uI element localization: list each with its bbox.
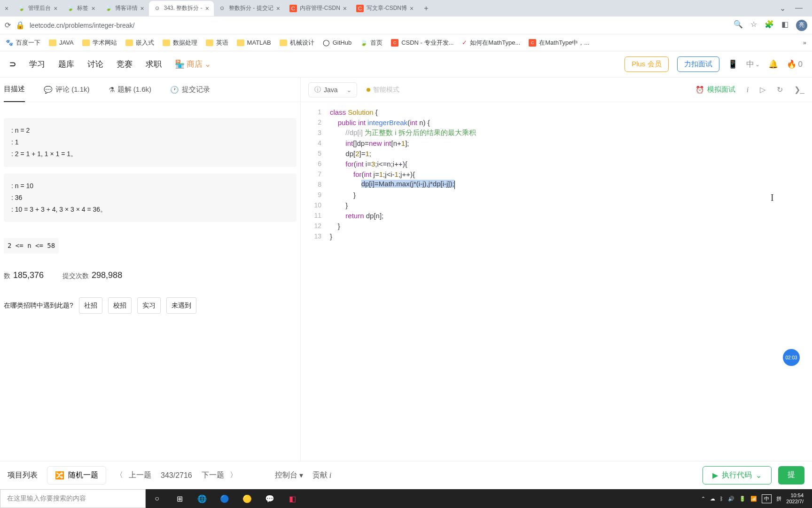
- tab-4-active[interactable]: ⊙343. 整数拆分 - ×: [149, 1, 214, 16]
- close-icon[interactable]: ×: [141, 5, 144, 12]
- nav-jobs[interactable]: 求职: [146, 59, 162, 70]
- tab-1[interactable]: 🍃管理后台×: [13, 1, 62, 16]
- bookmark-github[interactable]: ◯GitHub: [323, 39, 351, 46]
- problem-list-button[interactable]: 项目列表: [8, 470, 38, 480]
- url-text[interactable]: leetcode.cn/problems/integer-break/: [30, 22, 729, 29]
- task-view-icon[interactable]: ⊞: [173, 492, 186, 505]
- plus-member-button[interactable]: Plus 会员: [625, 56, 668, 72]
- bluetooth-icon[interactable]: ᛒ: [720, 496, 723, 501]
- star-icon[interactable]: ☆: [750, 20, 757, 31]
- nav-problems[interactable]: 题库: [58, 59, 74, 70]
- tab-7[interactable]: C写文章-CSDN博×: [351, 1, 418, 16]
- extensions-icon[interactable]: 🧩: [765, 20, 774, 31]
- chrome-canary-icon[interactable]: 🟡: [241, 492, 254, 505]
- play-icon[interactable]: ▷: [760, 85, 765, 94]
- phone-icon[interactable]: 📱: [728, 59, 738, 69]
- close-icon[interactable]: ×: [91, 5, 95, 12]
- smart-mode-toggle[interactable]: 智能模式: [367, 86, 399, 94]
- bookmark-english[interactable]: 英语: [206, 39, 228, 47]
- next-button[interactable]: 下一题〉: [202, 470, 237, 480]
- taskbar-search[interactable]: 在这里输入你要搜索的内容: [0, 489, 146, 508]
- cortana-icon[interactable]: ○: [150, 492, 164, 505]
- bookmark-mathtype1[interactable]: ✓如何在MathType...: [462, 39, 520, 47]
- nav-contest[interactable]: 竞赛: [117, 59, 133, 70]
- nav-study[interactable]: 学习: [29, 59, 45, 70]
- run-code-button[interactable]: ▶执行代码⌄: [703, 466, 772, 484]
- tab-solutions[interactable]: ⚗题解 (1.6k): [109, 85, 152, 94]
- close-icon[interactable]: ×: [5, 5, 8, 12]
- contribute-button[interactable]: 贡献i: [312, 470, 331, 480]
- tab-2[interactable]: 🍃标签×: [62, 1, 100, 16]
- chevron-up-icon[interactable]: ⌃: [701, 496, 705, 502]
- terminal-icon[interactable]: ❯_: [794, 85, 804, 94]
- constraint: 2 <= n <= 58: [4, 238, 59, 254]
- chrome-icon[interactable]: 🔵: [218, 492, 231, 505]
- recruit-tag-social[interactable]: 社招: [79, 297, 102, 314]
- prev-button[interactable]: 〈上一题: [116, 470, 151, 480]
- bookmark-home[interactable]: 🍃首页: [360, 39, 383, 47]
- battery-icon[interactable]: 🔋: [739, 496, 746, 502]
- reset-icon[interactable]: ↻: [777, 85, 783, 94]
- clock[interactable]: 10:54 2022/7/: [786, 492, 804, 505]
- close-icon[interactable]: ×: [54, 5, 57, 12]
- simulate-interview-button[interactable]: ⏰模拟面试: [695, 85, 735, 94]
- info-icon[interactable]: i: [747, 86, 749, 94]
- recruit-tag-intern[interactable]: 实习: [137, 297, 161, 314]
- close-icon[interactable]: ×: [205, 5, 209, 12]
- bookmark-mathtype2[interactable]: C在MathType中，...: [529, 39, 589, 47]
- bookmark-java[interactable]: JAVA: [49, 39, 74, 46]
- tab-5[interactable]: ⊙整数拆分 - 提交记×: [214, 1, 285, 16]
- wechat-icon[interactable]: 💬: [263, 492, 276, 505]
- bookmark-embedded[interactable]: 嵌入式: [125, 39, 154, 47]
- bookmark-academic[interactable]: 学术网站: [82, 39, 117, 47]
- panel-icon[interactable]: ◧: [781, 20, 789, 31]
- problem-body[interactable]: : n = 2 : 1 : 2 = 1 + 1, 1 × 1 = 1。 : n …: [0, 102, 300, 461]
- tab-description[interactable]: 目描述: [4, 78, 25, 102]
- logo-icon[interactable]: ⊃: [9, 59, 16, 69]
- tab-6[interactable]: C内容管理-CSDN×: [285, 1, 351, 16]
- console-toggle[interactable]: 控制台▾: [275, 470, 303, 480]
- bookmark-mech[interactable]: 机械设计: [280, 39, 314, 47]
- mock-interview-button[interactable]: 力扣面试: [677, 56, 719, 72]
- tab-history[interactable]: 🕐提交记录: [170, 85, 210, 94]
- tab-comments[interactable]: 💬评论 (1.1k): [44, 85, 90, 94]
- bookmark-label: 数据处理: [173, 39, 197, 47]
- nav-shop[interactable]: 🏪商店⌄: [175, 59, 211, 70]
- zoom-icon[interactable]: 🔍: [734, 20, 743, 31]
- intellij-icon[interactable]: ◧: [286, 492, 299, 505]
- new-tab-button[interactable]: +: [418, 4, 434, 13]
- ime-mode[interactable]: 拼: [776, 495, 781, 502]
- bookmark-matlab[interactable]: MATLAB: [237, 39, 271, 46]
- random-button[interactable]: 🔀随机一题: [47, 466, 106, 484]
- code-editor[interactable]: 1class Solution { 2 public int integerBr…: [301, 102, 812, 461]
- recruit-tag-none[interactable]: 未遇到: [166, 297, 196, 314]
- avatar[interactable]: 亮: [796, 20, 807, 31]
- bell-icon[interactable]: 🔔: [768, 59, 778, 69]
- minimize-icon[interactable]: —: [795, 4, 803, 13]
- lang-switch[interactable]: 中 ⌄: [746, 59, 760, 70]
- wifi-icon[interactable]: 📶: [750, 496, 757, 502]
- lock-icon[interactable]: 🔒: [16, 21, 25, 30]
- tab-3[interactable]: 🍃博客详情×: [100, 1, 149, 16]
- bookmark-data[interactable]: 数据处理: [163, 39, 197, 47]
- onedrive-icon[interactable]: ☁: [710, 496, 715, 502]
- nav-discuss[interactable]: 讨论: [87, 59, 103, 70]
- bookmark-baidu[interactable]: 🐾百度一下: [6, 39, 40, 47]
- bookmark-csdn[interactable]: CCSDN - 专业开发...: [391, 39, 453, 47]
- edge-icon[interactable]: 🌐: [195, 492, 209, 505]
- close-icon[interactable]: ×: [410, 5, 414, 12]
- language-select[interactable]: ⓘJava: [308, 82, 357, 97]
- fire-counter[interactable]: 🔥0: [787, 59, 803, 69]
- timer-badge[interactable]: 02:03: [783, 349, 800, 366]
- chevron-down-icon[interactable]: ⌄: [780, 4, 786, 13]
- submit-button[interactable]: 提: [778, 466, 804, 484]
- tab-0[interactable]: ×: [0, 1, 13, 16]
- close-icon[interactable]: ×: [276, 5, 280, 12]
- ime-lang[interactable]: 中: [762, 494, 772, 503]
- close-icon[interactable]: ×: [343, 5, 347, 12]
- line-number: 13: [301, 232, 330, 240]
- overflow-icon[interactable]: »: [803, 39, 806, 46]
- volume-icon[interactable]: 🔊: [728, 496, 734, 502]
- recruit-tag-campus[interactable]: 校招: [108, 297, 132, 314]
- reload-icon[interactable]: ⟳: [5, 21, 11, 30]
